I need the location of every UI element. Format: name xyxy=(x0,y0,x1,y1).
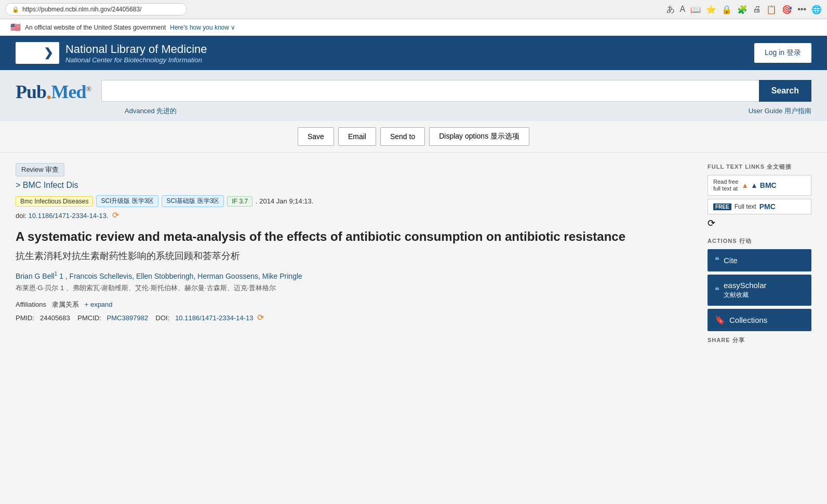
authors-cn: 布莱恩·G·贝尔 1 、弗朗索瓦·谢勒维斯、艾伦·斯托伯林、赫尔曼·古森斯、迈克… xyxy=(16,283,697,293)
us-flag: 🇺🇸 xyxy=(10,22,21,32)
tags-row: Bmc Infectious Diseases SCI升级版 医学3区 SCI基… xyxy=(16,195,697,207)
nih-text: NIH xyxy=(22,46,42,60)
doi-icon: ⟳ xyxy=(112,211,119,220)
article-sidebar: FULL TEXT LINKS 全文链接 Read free full text… xyxy=(708,163,811,344)
pub-date: . 2014 Jan 9;14:13. xyxy=(256,197,313,205)
authors-line: Brian G Bell1 1 , Francois Schellevis, E… xyxy=(16,271,697,280)
search-input[interactable] xyxy=(101,80,759,102)
collections-label: Collections xyxy=(729,316,767,324)
full-text-links-section: FULL TEXT LINKS 全文链接 Read free full text… xyxy=(708,163,811,229)
doi-ids-label: DOI: xyxy=(156,314,170,322)
pmc-full-text-button[interactable]: FREE Full text PMC xyxy=(708,199,811,214)
pmcid-label: PMCID: xyxy=(77,314,101,322)
browser-url-bar[interactable]: 🔒 https://pubmed.ncbi.nlm.nih.gov/244056… xyxy=(5,3,187,16)
doi-line: doi: 10.1186/1471-2334-14-13. ⟳ xyxy=(16,210,697,220)
affiliations-cn: 隶属关系 xyxy=(52,301,79,308)
display-options-button[interactable]: Display options 显示选项 xyxy=(429,127,529,146)
extensions-icon[interactable]: 🧩 xyxy=(737,5,748,15)
official-text: An official website of the United States… xyxy=(25,24,166,31)
advanced-search-link[interactable]: Advanced 先进的 xyxy=(125,106,177,116)
pubmed-med: Med xyxy=(51,81,86,102)
pmcid-link[interactable]: PMC3897982 xyxy=(107,314,149,322)
pmid-value: 24405683 xyxy=(40,314,70,322)
article-title-cn: 抗生素消耗对抗生素耐药性影响的系统回顾和荟萃分析 xyxy=(16,250,697,263)
send-to-button[interactable]: Send to xyxy=(380,127,425,146)
actions-section: ACTIONS 行动 ❝ Cite ❝ easyScholar 文献收藏 🔖 C… xyxy=(708,237,811,331)
tag-sci-basic: SCI基础版 医学3区 xyxy=(162,195,224,207)
bmc-read-free-button[interactable]: Read free full text at ▲ ▲ BMC xyxy=(708,175,811,196)
pmc-full-text-label: Full text xyxy=(735,203,756,210)
more-icon[interactable]: ••• xyxy=(797,5,806,14)
actions-title: ACTIONS 行动 xyxy=(708,237,811,245)
bmc-logo: ▲ ▲ BMC xyxy=(741,181,776,189)
doi-refresh-icon: ⟳ xyxy=(257,313,264,322)
nih-main-title: National Library of Medicine xyxy=(65,43,207,56)
nih-header: NIH ❯ National Library of Medicine Natio… xyxy=(0,36,827,70)
cite-icon: ❝ xyxy=(715,255,719,265)
share-title: SHARE 分享 xyxy=(708,336,811,344)
nih-logo-area: NIH ❯ National Library of Medicine Natio… xyxy=(16,42,207,64)
browser-icons: あ A 📖 ⭐ 🔒 🧩 🖨 📋 🎯 ••• 🌐 xyxy=(666,4,822,15)
full-text-title: FULL TEXT LINKS 全文链接 xyxy=(708,163,811,171)
affiliations-label: Affiliations xyxy=(16,301,46,308)
spinner-icon[interactable]: ⟳ xyxy=(708,217,811,229)
doi-label: doi: xyxy=(16,212,29,220)
print-icon[interactable]: 🖨 xyxy=(753,5,761,14)
article-main: Review 审查 BMC Infect Dis Bmc Infectious … xyxy=(16,163,697,344)
search-button[interactable]: Search xyxy=(759,80,811,102)
cite-button[interactable]: ❝ Cite xyxy=(708,249,811,271)
journal-link[interactable]: BMC Infect Dis xyxy=(16,181,697,190)
target-icon[interactable]: 🎯 xyxy=(782,5,792,15)
ids-row: PMID: 24405683 PMCID: PMC3897982 DOI: 10… xyxy=(16,312,697,322)
pubmed-reg: ® xyxy=(86,85,91,93)
nih-arrow-icon: ❯ xyxy=(44,46,53,60)
authors-rest: 1 , Francois Schellevis, Ellen Stobberin… xyxy=(59,272,302,280)
official-banner: 🇺🇸 An official website of the United Sta… xyxy=(0,19,827,36)
save-button[interactable]: Save xyxy=(298,127,334,146)
cite-label: Cite xyxy=(724,256,738,265)
heres-how-link[interactable]: Here's how you know ∨ xyxy=(170,24,235,31)
search-links: Advanced 先进的 User Guide 用户指南 xyxy=(16,106,811,116)
nih-title-area: National Library of Medicine National Ce… xyxy=(65,43,207,64)
action-bar: Save Email Send to Display options 显示选项 xyxy=(0,121,827,153)
font-icon[interactable]: A xyxy=(680,5,686,14)
tag-sci-upgrade: SCI升级版 医学3区 xyxy=(96,195,158,207)
collections-button[interactable]: 🔖 Collections xyxy=(708,309,811,331)
pubmed-search-row: Pub.Med® Search xyxy=(16,78,811,103)
shield-icon[interactable]: 🔒 xyxy=(722,5,732,15)
reader-icon[interactable]: 📖 xyxy=(690,5,701,15)
lock-icon: 🔒 xyxy=(12,6,19,13)
pmc-logo: PMC xyxy=(759,202,776,211)
easy-scholar-icon: ❝ xyxy=(715,285,719,295)
easy-scholar-button[interactable]: ❝ easyScholar 文献收藏 xyxy=(708,275,811,306)
url-text: https://pubmed.ncbi.nlm.nih.gov/24405683… xyxy=(22,6,142,13)
bmc-read-free-text: Read free full text at xyxy=(713,179,738,192)
translate-icon[interactable]: あ xyxy=(666,4,675,15)
pmid-label: PMID: xyxy=(16,314,34,322)
review-badge: Review 审查 xyxy=(16,163,64,176)
pubmed-logo: Pub.Med® xyxy=(16,78,91,103)
author-bell-link[interactable]: Brian G Bell xyxy=(16,272,55,280)
nih-logo-box: NIH ❯ xyxy=(16,42,59,64)
user-guide-link[interactable]: User Guide 用户指南 xyxy=(749,106,811,116)
author-sup: 1 xyxy=(55,271,58,277)
pubmed-dot: . xyxy=(46,80,51,104)
easy-scholar-label: easyScholar 文献收藏 xyxy=(724,281,767,299)
bmc-triangle-icon: ▲ xyxy=(741,181,749,189)
pmc-free-label: FREE xyxy=(713,203,731,210)
tag-journal: Bmc Infectious Diseases xyxy=(16,196,93,207)
doi-ids-link[interactable]: 10.1186/1471-2334-14-13 xyxy=(175,314,253,322)
article-title-en: A systematic review and meta-analysis of… xyxy=(16,228,697,244)
expand-link[interactable]: + expand xyxy=(85,301,113,308)
affiliations-row: Affiliations 隶属关系 + expand xyxy=(16,300,697,309)
doi-link[interactable]: 10.1186/1471-2334-14-13. xyxy=(29,212,109,220)
favorites-icon[interactable]: ⭐ xyxy=(706,5,716,15)
login-button[interactable]: Log in 登录 xyxy=(754,43,811,63)
pubmed-search-area: Pub.Med® Search Advanced 先进的 User Guide … xyxy=(0,70,827,121)
browser-bar: 🔒 https://pubmed.ncbi.nlm.nih.gov/244056… xyxy=(0,0,827,19)
copy-icon[interactable]: 📋 xyxy=(766,5,777,15)
profile-icon[interactable]: 🌐 xyxy=(811,5,822,15)
tag-if: IF 3.7 xyxy=(227,196,252,207)
email-button[interactable]: Email xyxy=(338,127,376,146)
nih-sub-title: National Center for Biotechnology Inform… xyxy=(65,56,207,64)
